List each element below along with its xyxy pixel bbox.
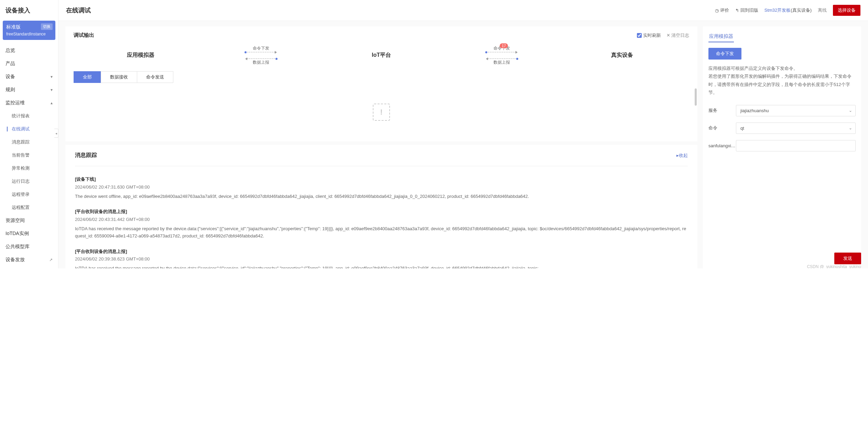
- device-status: 离线: [818, 7, 827, 13]
- param-label: sanfulangxis...: [708, 143, 736, 148]
- message-item: [设备下线]2024/06/02 20:47:31.630 GMT+08:00T…: [75, 176, 688, 200]
- sidebar-item[interactable]: 产品文档↗: [0, 266, 58, 268]
- collapse-link[interactable]: ▸收起: [676, 152, 688, 159]
- command-send-button[interactable]: 命令下发: [708, 48, 741, 60]
- instance-card[interactable]: 标准版 freeStandardInstance 切换: [3, 21, 55, 40]
- sidebar-item[interactable]: 规则▾: [0, 83, 58, 96]
- param-row: sanfulangxis...: [708, 140, 856, 151]
- send-button[interactable]: 发送: [834, 253, 861, 264]
- sidebar-item[interactable]: 产品: [0, 57, 58, 70]
- sidebar-item[interactable]: 设备发放↗: [0, 253, 58, 266]
- simulator-tabs: 应用模拟器: [703, 26, 861, 42]
- sidebar-subitem[interactable]: 统计报表: [0, 109, 58, 123]
- sidebar-title: 设备接入: [0, 0, 58, 21]
- scrollbar[interactable]: [695, 88, 697, 106]
- select-device-button[interactable]: 选择设备: [833, 5, 860, 16]
- service-label: 服务: [708, 107, 736, 114]
- sidebar-subitem[interactable]: 消息跟踪: [0, 136, 58, 149]
- service-select-box[interactable]: jiajiazhuanshu: [736, 105, 856, 116]
- external-link-icon: ↗: [49, 257, 53, 262]
- arrow-right-icon: [246, 52, 276, 52]
- message-label: [设备下线]: [75, 176, 688, 183]
- message-item: [平台收到设备的消息上报]2024/06/02 20:39:38.623 GMT…: [75, 248, 688, 268]
- sidebar-item[interactable]: IoTDA实例: [0, 227, 58, 240]
- message-label: [平台收到设备的消息上报]: [75, 208, 688, 215]
- simulator-pane: 应用模拟器 命令下发 应用模拟器可根据产品定义向设备下发命令。若您使用了图形化开…: [703, 26, 861, 268]
- message-item: [平台收到设备的消息上报]2024/06/02 20:43:31.442 GMT…: [75, 208, 688, 240]
- arrow-left-icon: [246, 58, 276, 59]
- debug-actions: 实时刷新 ✕清空日志: [637, 32, 689, 39]
- diagram-arrows-right: 17 命令下发 数据上报: [448, 45, 555, 65]
- command-label: 命令: [708, 125, 736, 131]
- sidebar-item[interactable]: 监控运维▴: [0, 96, 58, 109]
- debug-tab[interactable]: 数据接收: [101, 71, 137, 83]
- sidebar-item-label: 设备发放: [6, 257, 25, 263]
- arrow-cmd-down-label: 命令下发: [253, 45, 269, 51]
- debug-title: 调试输出: [74, 32, 94, 39]
- review-link[interactable]: ◷评价: [715, 7, 729, 13]
- sidebar-item-label: IoTDA实例: [6, 231, 29, 237]
- chevron-down-icon: ▾: [51, 74, 53, 79]
- arrow-left-icon: [486, 58, 517, 59]
- command-row: 命令 qt ⌄: [708, 123, 856, 134]
- send-bar: 发送: [834, 253, 861, 264]
- back-icon: ↰: [735, 8, 739, 13]
- review-label: 评价: [720, 7, 729, 13]
- message-body: IoTDA has received the message reported …: [75, 225, 688, 240]
- sidebar-subitem[interactable]: 在线调试: [0, 123, 58, 136]
- sidebar-item[interactable]: 公共模型库: [0, 240, 58, 253]
- clear-log-link[interactable]: ✕清空日志: [666, 32, 689, 39]
- message-time: 2024/06/02 20:47:31.630 GMT+08:00: [75, 184, 688, 191]
- sidebar-subitem[interactable]: 远程登录: [0, 188, 58, 201]
- close-icon: ✕: [666, 33, 670, 38]
- watermark: CSDN @_yukinoshita_yukino: [807, 264, 861, 268]
- badge-count: 17: [500, 43, 508, 48]
- arrow-data-up-label: 数据上报: [253, 60, 269, 65]
- diagram-arrows-left: 命令下发 数据上报: [207, 45, 314, 65]
- debug-pane: 调试输出 实时刷新 ✕清空日志 应用模拟器 命令下发 数据上报 IoT平台 17: [65, 26, 697, 268]
- sidebar-subitem[interactable]: 当前告警: [0, 149, 58, 162]
- command-select-box[interactable]: qt: [736, 123, 856, 134]
- back-label: 回到旧版: [740, 7, 758, 13]
- switch-instance-button[interactable]: 切换: [41, 23, 53, 30]
- debug-tab[interactable]: 全部: [74, 71, 101, 83]
- topbar-actions: ◷评价 ↰回到旧版 Stm32开发板(真实设备) 离线 选择设备: [715, 5, 860, 16]
- sidebar-collapse-handle[interactable]: ◂: [54, 129, 58, 138]
- msg-list: [设备下线]2024/06/02 20:47:31.630 GMT+08:00T…: [75, 172, 688, 268]
- command-select[interactable]: qt ⌄: [736, 123, 856, 134]
- topbar: 在线调试 ◷评价 ↰回到旧版 Stm32开发板(真实设备) 离线 选择设备: [58, 0, 868, 21]
- sidebar-item[interactable]: 总览: [0, 44, 58, 57]
- sidebar-subitem[interactable]: 运行日志: [0, 175, 58, 188]
- message-label: [平台收到设备的消息上报]: [75, 248, 688, 255]
- service-select[interactable]: jiajiazhuanshu ⌄: [736, 105, 856, 116]
- device-info: Stm32开发板(真实设备): [764, 7, 812, 13]
- chevron-down-icon: ⌄: [849, 108, 852, 113]
- message-body: The device went offline, app_id: e09aef9…: [75, 193, 688, 200]
- back-link[interactable]: ↰回到旧版: [735, 7, 758, 13]
- sidebar-item-label: 资源空间: [6, 217, 25, 224]
- param-input[interactable]: [736, 140, 856, 151]
- chevron-up-icon: ▴: [51, 100, 53, 105]
- sidebar-item-label: 公共模型库: [6, 244, 30, 250]
- message-time: 2024/06/02 20:39:38.623 GMT+08:00: [75, 256, 688, 263]
- msg-title: 消息跟踪: [75, 152, 97, 159]
- diagram-app-simulator: 应用模拟器: [74, 45, 207, 66]
- sidebar-item-label: 设备: [6, 74, 15, 80]
- sidebar-item[interactable]: 设备▾: [0, 70, 58, 83]
- sidebar: 设备接入 标准版 freeStandardInstance 切换 总览产品设备▾…: [0, 0, 58, 268]
- service-row: 服务 jiajiazhuanshu ⌄: [708, 105, 856, 116]
- sidebar-item[interactable]: 资源空间: [0, 214, 58, 227]
- empty-state: !: [65, 83, 697, 141]
- simulator-body: 命令下发 应用模拟器可根据产品定义向设备下发命令。若您使用了图形化开发的编解码插…: [703, 42, 861, 163]
- clear-log-label: 清空日志: [671, 32, 689, 39]
- sidebar-subitem[interactable]: 异常检测: [0, 162, 58, 175]
- realtime-checkbox[interactable]: [637, 33, 642, 38]
- realtime-toggle[interactable]: 实时刷新: [637, 32, 661, 39]
- nav: 总览产品设备▾规则▾监控运维▴统计报表在线调试消息跟踪当前告警异常检测运行日志远…: [0, 44, 58, 268]
- msg-header: 消息跟踪 ▸收起: [75, 152, 688, 159]
- sidebar-item-label: 总览: [6, 47, 15, 54]
- debug-tab[interactable]: 命令发送: [137, 71, 173, 83]
- sidebar-subitem[interactable]: 远程配置: [0, 201, 58, 214]
- tab-app-simulator[interactable]: 应用模拟器: [708, 31, 734, 42]
- main: 在线调试 ◷评价 ↰回到旧版 Stm32开发板(真实设备) 离线 选择设备 调试…: [58, 0, 868, 268]
